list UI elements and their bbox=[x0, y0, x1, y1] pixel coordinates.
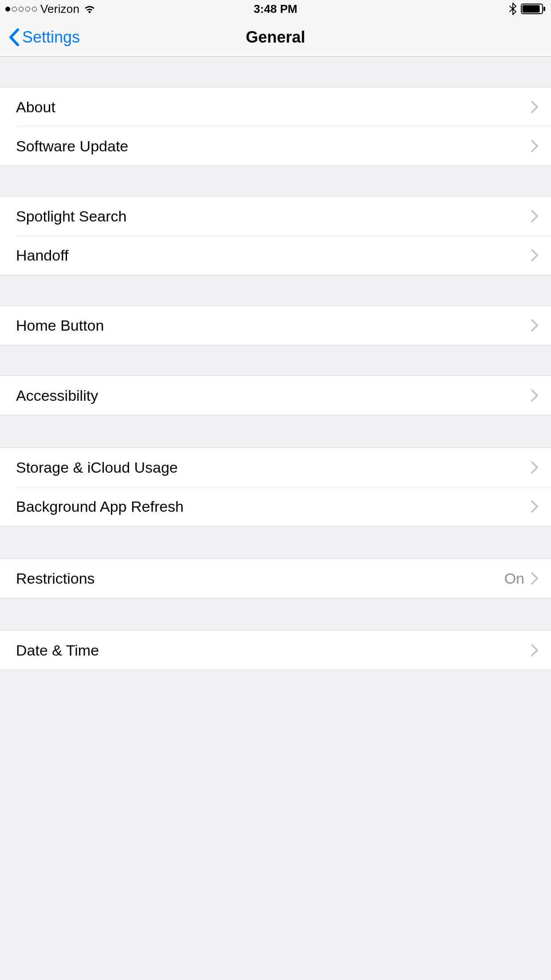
settings-group: Accessibility bbox=[0, 375, 551, 415]
row-label: Home Button bbox=[16, 317, 531, 334]
row-label: Handoff bbox=[16, 247, 531, 264]
section-spacer bbox=[0, 275, 551, 305]
chevron-right-icon bbox=[531, 461, 539, 474]
status-bar: Verizon 3:48 PM bbox=[0, 0, 551, 18]
settings-group: Storage & iCloud Usage Background App Re… bbox=[0, 447, 551, 526]
row-label: About bbox=[16, 99, 531, 116]
content-area: About Software Update Spotlight Search H… bbox=[0, 57, 551, 980]
chevron-right-icon bbox=[531, 249, 539, 262]
svg-rect-2 bbox=[543, 7, 545, 11]
signal-strength-icon bbox=[5, 7, 37, 12]
back-button[interactable]: Settings bbox=[8, 28, 80, 47]
navigation-bar: Settings General bbox=[0, 18, 551, 57]
section-spacer bbox=[0, 166, 551, 196]
section-spacer bbox=[0, 345, 551, 375]
section-spacer bbox=[0, 598, 551, 630]
page-title: General bbox=[246, 28, 305, 47]
row-date-time[interactable]: Date & Time bbox=[0, 631, 551, 670]
row-label: Storage & iCloud Usage bbox=[16, 459, 531, 476]
section-spacer bbox=[0, 526, 551, 558]
row-value: On bbox=[504, 570, 524, 587]
chevron-right-icon bbox=[531, 209, 539, 223]
settings-group: Restrictions On bbox=[0, 558, 551, 598]
row-about[interactable]: About bbox=[0, 87, 551, 126]
chevron-left-icon bbox=[8, 28, 20, 47]
settings-group: Date & Time bbox=[0, 630, 551, 670]
svg-rect-1 bbox=[523, 5, 540, 13]
row-accessibility[interactable]: Accessibility bbox=[0, 376, 551, 415]
settings-group: Spotlight Search Handoff bbox=[0, 196, 551, 275]
chevron-right-icon bbox=[531, 389, 539, 402]
chevron-right-icon bbox=[531, 319, 539, 332]
row-label: Accessibility bbox=[16, 387, 531, 404]
settings-group: Home Button bbox=[0, 305, 551, 345]
wifi-icon bbox=[83, 4, 96, 14]
section-spacer bbox=[0, 415, 551, 447]
row-storage-icloud-usage[interactable]: Storage & iCloud Usage bbox=[0, 448, 551, 487]
battery-icon bbox=[521, 4, 546, 14]
carrier-label: Verizon bbox=[40, 2, 79, 16]
chevron-right-icon bbox=[531, 100, 539, 114]
chevron-right-icon bbox=[531, 572, 539, 585]
row-background-app-refresh[interactable]: Background App Refresh bbox=[0, 487, 551, 526]
row-label: Software Update bbox=[16, 138, 531, 155]
row-restrictions[interactable]: Restrictions On bbox=[0, 559, 551, 598]
row-label: Date & Time bbox=[16, 642, 531, 659]
status-left: Verizon bbox=[5, 2, 96, 16]
status-right bbox=[509, 3, 546, 15]
row-label: Background App Refresh bbox=[16, 498, 531, 515]
back-label: Settings bbox=[22, 28, 80, 47]
row-label: Restrictions bbox=[16, 570, 504, 587]
chevron-right-icon bbox=[531, 644, 539, 657]
row-spotlight-search[interactable]: Spotlight Search bbox=[0, 197, 551, 236]
bluetooth-icon bbox=[509, 3, 516, 15]
settings-group: About Software Update bbox=[0, 87, 551, 166]
chevron-right-icon bbox=[531, 500, 539, 513]
section-spacer bbox=[0, 57, 551, 87]
row-software-update[interactable]: Software Update bbox=[0, 126, 551, 166]
row-handoff[interactable]: Handoff bbox=[0, 236, 551, 275]
row-home-button[interactable]: Home Button bbox=[0, 306, 551, 345]
chevron-right-icon bbox=[531, 139, 539, 153]
row-label: Spotlight Search bbox=[16, 208, 531, 225]
status-time: 3:48 PM bbox=[254, 2, 297, 16]
